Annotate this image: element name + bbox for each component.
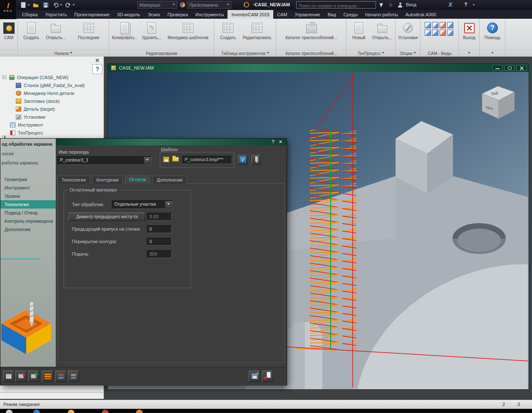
group-caption-tool-table[interactable]: Таблица инструментов <box>215 50 276 57</box>
process-new-button[interactable]: Новый <box>349 20 369 49</box>
chevron-down-icon[interactable] <box>27 4 30 7</box>
cam-view-icon[interactable] <box>440 30 446 36</box>
combo-arrow-button[interactable] <box>165 201 172 208</box>
template-open-icon[interactable] <box>172 157 179 162</box>
group-caption-process[interactable]: ТехПроцесс <box>347 50 395 57</box>
taskbar-app-icon[interactable] <box>136 410 143 413</box>
chevron-down-icon[interactable] <box>72 4 75 7</box>
open-project-button[interactable]: Открыть... <box>44 20 67 49</box>
combo-arrow-button[interactable] <box>144 157 151 164</box>
tab-rest[interactable]: Остаток <box>125 175 151 184</box>
add-operation-button[interactable] <box>15 371 27 382</box>
document-window-titlebar[interactable]: CASE_NEW.IAM <box>108 64 529 72</box>
copy-button[interactable]: Копировать.. <box>111 20 138 49</box>
group-caption-fixtures[interactable]: Каталог приспособлений... <box>277 50 346 57</box>
dialog-nav-technology[interactable]: Технология <box>0 200 56 209</box>
fixture-catalog-button[interactable]: Каталог приспособлений... <box>280 20 343 49</box>
appearance-wheel-icon[interactable] <box>180 2 185 7</box>
save-and-exit-button[interactable] <box>262 371 273 382</box>
tab-misc[interactable]: Дополнение <box>153 176 187 184</box>
cam-view-icon[interactable] <box>425 22 431 28</box>
help-icon[interactable]: ? <box>464 2 467 7</box>
tab-environments[interactable]: Среды <box>340 10 361 19</box>
tool-preview-button[interactable] <box>251 155 261 164</box>
tab-tools[interactable]: Инструменты <box>192 10 228 19</box>
dialog-nav-motion-control[interactable]: Контроль перемещени <box>0 217 56 225</box>
favorites-star-icon[interactable]: ☆ <box>388 2 393 8</box>
refresh-icon[interactable] <box>244 2 249 7</box>
template-manager-button[interactable]: Менеджер шаблонов <box>165 20 211 49</box>
taskbar-app-icon[interactable] <box>102 410 109 413</box>
browser-close-icon[interactable] <box>95 58 99 62</box>
cam-view-icon[interactable] <box>425 30 431 36</box>
tab-get-started[interactable]: Начало работы <box>361 10 402 19</box>
group-caption-help[interactable] <box>480 50 505 57</box>
dialog-nav-geometry[interactable]: Геометрия <box>0 175 56 184</box>
cam-view-icon[interactable] <box>447 22 453 28</box>
tree-item-process[interactable]: ТехПроцесс <box>0 129 104 137</box>
tool-table-edit-button[interactable]: Редактировать <box>241 20 273 49</box>
tree-item-machine[interactable]: Станок (gMill_Fadal_5x_eval) <box>0 82 104 89</box>
tree-item-setups[interactable]: Установки <box>0 114 104 121</box>
sign-in-link[interactable]: Вход <box>406 2 416 7</box>
tab-design[interactable]: Проектирование <box>71 10 114 19</box>
feed-field[interactable]: 300 <box>147 250 172 258</box>
gcode-g00-button[interactable]: G00 G00 <box>68 371 79 382</box>
group-caption-cam-views[interactable]: CAM - Виды <box>421 50 458 57</box>
tab-assembly[interactable]: Сборка <box>18 10 42 19</box>
browser-help-button[interactable]: ? <box>92 64 102 74</box>
exit-button[interactable]: Выход <box>461 20 478 49</box>
dialog-tree-item[interactable]: логия <box>2 151 14 156</box>
new-file-icon[interactable] <box>20 2 27 8</box>
previous-tool-diameter-field[interactable]: 3.03 <box>147 213 172 221</box>
open-file-icon[interactable] <box>32 2 39 8</box>
tab-a360[interactable]: Autodesk A360 <box>402 10 440 19</box>
tab-cam[interactable]: CAM <box>273 10 291 19</box>
cam-view-icon[interactable] <box>447 30 453 36</box>
op-name-combo[interactable]: P_contour3_1 <box>57 156 151 165</box>
tree-item-operation[interactable]: Операция (CASE_NEW) <box>0 74 104 81</box>
tab-manage[interactable]: Управление <box>291 10 324 19</box>
tab-sketch[interactable]: Эскиз <box>144 10 163 19</box>
settings-button[interactable]: Установки <box>397 20 418 49</box>
taskbar-app-icon[interactable] <box>68 410 74 413</box>
tab-inspect[interactable]: Проверка <box>164 10 192 19</box>
create-project-button[interactable]: Создать <box>20 20 42 49</box>
info-button[interactable] <box>238 155 247 164</box>
recent-button[interactable]: Последние <box>75 20 102 49</box>
group-caption-exit[interactable] <box>459 50 479 57</box>
machining-type-combo[interactable]: Отдельные участки <box>112 200 173 209</box>
restore-button[interactable] <box>505 65 515 71</box>
cam-view-icon[interactable] <box>440 22 446 28</box>
representation-dropdown[interactable]: Представлени <box>187 1 231 9</box>
dialog-titlebar[interactable] <box>56 139 287 145</box>
template-save-icon[interactable] <box>163 157 169 162</box>
undo-icon[interactable] <box>52 2 59 8</box>
help-search-box[interactable] <box>296 1 376 9</box>
autodesk-exchange-icon[interactable]: X <box>448 1 452 8</box>
save-and-add-button[interactable] <box>249 371 260 382</box>
material-dropdown[interactable]: Материал <box>137 1 177 9</box>
dialog-nav-link[interactable]: Подвод / Отвод <box>0 209 56 217</box>
layers-button[interactable] <box>42 371 53 382</box>
dialog-nav-tool[interactable]: Инструмент <box>0 184 56 192</box>
chevron-down-icon[interactable] <box>473 4 475 7</box>
template-field[interactable]: P_contour3.tmpl*** <box>182 156 232 164</box>
simulate-button[interactable] <box>3 371 14 382</box>
minimize-button[interactable] <box>492 65 502 71</box>
collapse-icon[interactable] <box>2 75 6 79</box>
tab-simplify[interactable]: Упростить <box>42 10 71 19</box>
group-caption-start[interactable]: Начало <box>18 50 109 57</box>
taskbar-app-icon[interactable] <box>6 410 12 413</box>
gcode-g01-button[interactable]: G01 G00 <box>55 371 67 382</box>
cam-view-icon[interactable] <box>432 22 438 28</box>
delete-button[interactable]: Удалить... <box>139 20 163 49</box>
process-open-button[interactable]: Открыть... <box>371 20 393 49</box>
help-search-input[interactable] <box>297 3 376 10</box>
cursor-pointer-icon[interactable] <box>379 2 384 7</box>
dialog-tree-item[interactable]: работка кармана <box>2 160 38 165</box>
inventor-logo[interactable]: I PRO <box>0 0 17 19</box>
previous-wall-offset-field[interactable]: 0 <box>147 225 172 233</box>
group-caption-edit[interactable]: Редактирование <box>109 50 214 57</box>
previous-tool-diameter-button[interactable]: Диаметр предыдущего инстр-та <box>69 212 145 221</box>
